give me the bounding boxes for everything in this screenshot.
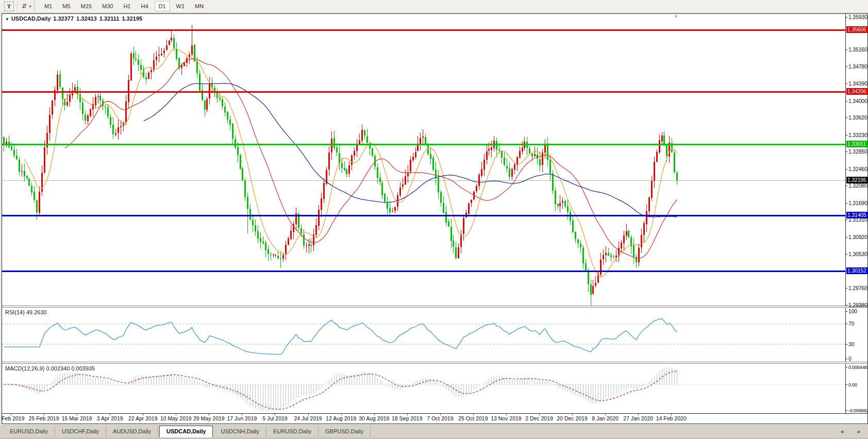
rsi-axis-tick: 100 [845, 308, 857, 314]
date-label: 3 Apr 2019 [92, 415, 128, 421]
price-axis-tick: 1.29380 [845, 302, 867, 308]
chart-shift-marker-icon[interactable]: ▼ [674, 14, 678, 19]
date-label: 12 Aug 2019 [323, 415, 359, 421]
tick-mark [845, 237, 847, 238]
rsi-indicator-canvas[interactable] [2, 308, 845, 362]
price-level-chip: 1.30152 [846, 267, 868, 274]
date-label: 7 Oct 2019 [422, 415, 458, 421]
top-toolbar: T ⇵ ▼ M1M5M15M30H1H4D1W1MN [0, 0, 868, 13]
pane-separator[interactable] [2, 306, 867, 308]
price-axis-tick: 1.30920 [845, 234, 867, 240]
chart-tab-bar: EURUSD,DailyUSDCHF,DailyAUDUSD,DailyUSDC… [0, 424, 868, 438]
tick-mark [845, 220, 847, 220]
price-tick-label: 1.29380 [848, 302, 867, 308]
date-tick-mark [671, 414, 672, 415]
chart-tab-usdcnh-4[interactable]: USDCNH,Daily [214, 426, 266, 436]
timeframe-button-m30[interactable]: M30 [98, 1, 117, 11]
price-tick-label: 1.33620 [848, 114, 867, 121]
timeframe-button-w1[interactable]: W1 [172, 1, 189, 11]
chart-tab-audusd-2[interactable]: AUDUSD,Daily [106, 426, 158, 436]
arrange-charts-icon[interactable]: ⇵ [22, 3, 27, 10]
price-axis-tick: 1.33620 [845, 114, 867, 121]
tick-mark [845, 83, 847, 84]
price-axis-tick: 1.31690 [845, 200, 867, 206]
price-tick-label: 1.35930 [848, 14, 867, 20]
tick-mark [845, 49, 847, 50]
date-tick-mark [242, 414, 242, 415]
price-tick-label: 1.31690 [848, 200, 867, 206]
tick-mark [845, 410, 847, 411]
date-tick-mark [110, 414, 110, 415]
timeframe-button-h4[interactable]: H4 [137, 1, 152, 11]
timeframe-button-m5[interactable]: M5 [58, 1, 74, 11]
timeframe-button-m1[interactable]: M1 [40, 1, 56, 11]
timeframe-button-m15[interactable]: M15 [77, 1, 96, 11]
timeframe-button-mn[interactable]: MN [191, 1, 208, 11]
tab-scroll-left-icon[interactable]: ◄ [833, 429, 850, 434]
price-axis-tick: 1.32460 [845, 166, 867, 172]
date-tick-mark [374, 414, 375, 415]
price-level-chip: 1.33011 [846, 141, 868, 147]
date-tick-mark [44, 414, 44, 415]
price-axis-tick: 1.35930 [845, 14, 867, 20]
rsi-pane-label: RSI(14) 49.2630 [5, 309, 47, 315]
tick-mark [845, 324, 847, 324]
price-tick-label: 1.32850 [848, 148, 867, 155]
date-tick-mark [209, 414, 209, 415]
rsi-tick-label: 0 [848, 356, 852, 362]
price-level-chip: 1.34206 [846, 88, 868, 95]
date-label: 17 Jun 2019 [224, 415, 260, 421]
rsi-tick-label: 100 [848, 308, 857, 314]
timeframe-button-h1[interactable]: H1 [119, 1, 135, 11]
tick-mark [845, 384, 847, 385]
chart-tab-gbpusd-6[interactable]: GBPUSD,Daily [319, 426, 371, 436]
tab-scroll-right-icon[interactable]: ► [850, 429, 868, 434]
price-axis-tick: 1.30530 [845, 251, 867, 257]
chevron-down-icon[interactable]: ▼ [28, 5, 32, 8]
price-axis-tick: 1.34000 [845, 98, 867, 104]
chart-tab-eurusd-5[interactable]: EURUSD,Daily [266, 426, 319, 436]
tick-mark [845, 359, 847, 359]
date-label: 29 May 2019 [191, 415, 227, 421]
pane-separator[interactable] [2, 362, 867, 364]
macd-pane-label: MACD(12,26,9) 0.002340 0.003935 [5, 365, 95, 372]
text-tool-icon[interactable]: T [4, 2, 14, 11]
date-tick-mark [77, 414, 77, 415]
chart-ohlc-title: ▼USDCAD,Daily1.323771.324131.321111.3219… [5, 15, 145, 22]
tick-mark [845, 344, 847, 345]
main-price-chart-canvas[interactable] [2, 14, 845, 306]
date-label: 5 Jul 2019 [257, 415, 293, 421]
price-tick-label: 1.34000 [848, 98, 867, 104]
chart-tab-usdchf-1[interactable]: USDCHF,Daily [55, 426, 106, 436]
tick-mark [845, 135, 847, 136]
date-label: 13 Nov 2019 [488, 415, 524, 421]
date-label: 15 Mar 2019 [59, 415, 95, 421]
chart-tab-usdcad-3[interactable]: USDCAD,Daily [159, 426, 213, 437]
rsi-axis-tick: 70 [845, 320, 854, 327]
date-tick-mark [572, 414, 573, 415]
chart-tab-eurusd-0[interactable]: EURUSD,Daily [3, 426, 55, 436]
date-tick-mark [176, 414, 176, 415]
price-level-chip: 1.31405 [846, 212, 868, 218]
date-label: 10 May 2019 [158, 415, 194, 421]
macd-axis-tick: -0.008982 [845, 407, 868, 413]
price-axis-tick: 1.33230 [845, 132, 867, 138]
date-label: 6 Feb 2019 [0, 415, 29, 421]
timeframe-button-d1[interactable]: D1 [155, 1, 170, 11]
date-tick-mark [341, 414, 342, 415]
macd-indicator-canvas[interactable] [2, 364, 845, 413]
date-tick-mark [473, 414, 474, 415]
date-label: 25 Oct 2019 [455, 415, 491, 421]
macd-tick-label: -0.008982 [848, 408, 868, 413]
collapse-marker-icon[interactable]: ▼ [5, 17, 9, 22]
date-label: 14 Feb 2020 [653, 415, 689, 421]
price-axis-tick: 1.29760 [845, 285, 867, 291]
ohlc-close: 1.32195 [122, 15, 142, 22]
toolbar-grip-handle[interactable] [34, 2, 35, 11]
tick-mark [845, 367, 847, 367]
toolbar-separator [17, 2, 18, 11]
rsi-tick-label: 30 [848, 341, 854, 347]
tick-mark [845, 151, 847, 152]
symbol-period-label: USDCAD,Daily [11, 15, 51, 22]
date-tick-mark [605, 414, 606, 415]
